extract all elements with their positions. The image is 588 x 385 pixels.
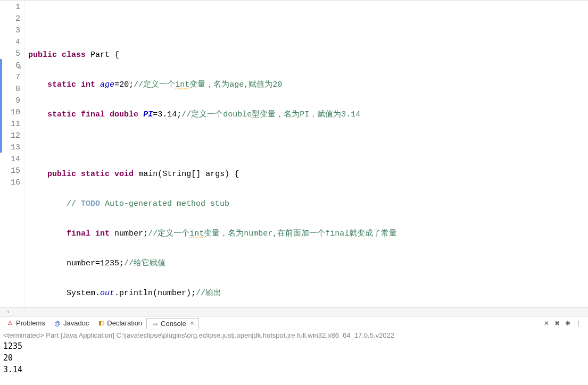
problems-icon: ⚠ xyxy=(6,320,14,327)
fold-icon[interactable]: ⊖ xyxy=(15,62,21,69)
console-toolbar: ✕ ✖ ✱ ⋮ xyxy=(542,319,586,328)
declaration-icon: ◧ xyxy=(97,320,105,327)
horizontal-scrollbar[interactable]: ‹ xyxy=(0,307,588,316)
output-line: 3.14 xyxy=(3,364,585,375)
marker-strip xyxy=(0,1,9,307)
console-status: <terminated> Part [Java Application] C:\… xyxy=(0,330,588,340)
remove-launch-icon[interactable]: ✕ xyxy=(542,319,551,328)
line-gutter[interactable]: 1 2 3 4 5 6⊖ 7 8 9 10 11 12 13 14 15 16 xyxy=(9,1,25,307)
bottom-panel: ⚠ Problems @ Javadoc ◧ Declaration ▭ Con… xyxy=(0,316,588,385)
menu-icon[interactable]: ⋮ xyxy=(574,319,583,328)
close-icon[interactable]: × xyxy=(191,320,194,327)
panel-tabs: ⚠ Problems @ Javadoc ◧ Declaration ▭ Con… xyxy=(0,316,588,330)
tab-problems[interactable]: ⚠ Problems xyxy=(2,318,49,328)
console-icon: ▭ xyxy=(151,320,159,327)
scroll-left-icon[interactable]: ‹ xyxy=(6,308,10,316)
pin-icon[interactable]: ✱ xyxy=(564,319,572,328)
code-container: 1 2 3 4 5 6⊖ 7 8 9 10 11 12 13 14 15 16 … xyxy=(0,1,588,307)
output-line: 20 xyxy=(3,352,585,364)
output-line: 1235 xyxy=(3,340,585,352)
tab-javadoc[interactable]: @ Javadoc xyxy=(49,318,93,328)
tab-console[interactable]: ▭ Console × xyxy=(146,318,199,329)
tab-declaration[interactable]: ◧ Declaration xyxy=(93,318,146,328)
remove-all-icon[interactable]: ✖ xyxy=(553,319,561,328)
javadoc-icon: @ xyxy=(54,320,61,327)
code-editor[interactable]: public class Part { static int age=20;//… xyxy=(25,1,588,307)
console-output[interactable]: 1235 20 3.14 xyxy=(0,340,588,375)
editor-area: 1 2 3 4 5 6⊖ 7 8 9 10 11 12 13 14 15 16 … xyxy=(0,0,588,316)
